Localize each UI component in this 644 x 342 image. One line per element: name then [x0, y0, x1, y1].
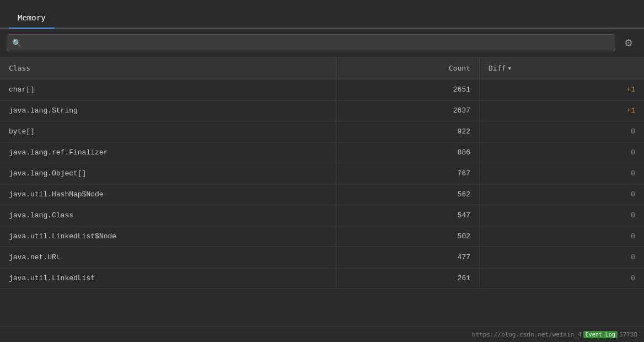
column-header-class: Class: [0, 57, 336, 79]
cell-class: java.util.LinkedList$Node: [0, 226, 336, 247]
search-input-wrapper: 🔍: [7, 34, 615, 51]
cell-class: java.lang.Object[]: [0, 163, 336, 184]
gear-icon: ⚙: [624, 37, 633, 49]
cell-class: java.util.LinkedList: [0, 268, 336, 288]
cell-count: 562: [336, 184, 480, 205]
table-row[interactable]: java.util.LinkedList$Node5020: [0, 226, 644, 247]
cell-diff: 0: [480, 247, 644, 268]
cell-diff: 0: [480, 268, 644, 288]
search-row: 🔍 ⚙: [0, 29, 644, 57]
tab-bar: Memory: [0, 0, 644, 29]
cell-count: 477: [336, 247, 480, 268]
cell-class: java.lang.String: [0, 100, 336, 121]
status-url: https://blog.csdn.net/weixin_4: [472, 331, 582, 338]
settings-button[interactable]: ⚙: [620, 35, 637, 51]
event-log-badge[interactable]: Event Log: [583, 331, 618, 338]
sort-arrow-icon: ▼: [508, 65, 511, 71]
cell-diff: 0: [480, 142, 644, 163]
cell-count: 547: [336, 205, 480, 226]
cell-class: char[]: [0, 79, 336, 100]
cell-count: 502: [336, 226, 480, 247]
table-row[interactable]: java.lang.ref.Finalizer8860: [0, 142, 644, 163]
cell-count: 767: [336, 163, 480, 184]
status-bar: https://blog.csdn.net/weixin_4 Event Log…: [0, 327, 644, 342]
cell-class: java.lang.ref.Finalizer: [0, 142, 336, 163]
search-input[interactable]: [7, 34, 615, 51]
cell-diff: +1: [480, 79, 644, 100]
cell-diff: 0: [480, 205, 644, 226]
cell-class: byte[]: [0, 121, 336, 142]
table-row[interactable]: java.lang.String2637+1: [0, 100, 644, 121]
column-header-diff[interactable]: Diff ▼: [480, 57, 644, 79]
cell-count: 2651: [336, 79, 480, 100]
table-row[interactable]: char[]2651+1: [0, 79, 644, 100]
column-header-count[interactable]: Count: [336, 57, 480, 79]
table-row[interactable]: java.lang.Class5470: [0, 205, 644, 226]
cell-count: 261: [336, 268, 480, 288]
cell-count: 886: [336, 142, 480, 163]
cell-count: 2637: [336, 100, 480, 121]
cell-diff: +1: [480, 100, 644, 121]
table-header: Class Count Diff ▼: [0, 57, 644, 79]
cell-diff: 0: [480, 184, 644, 205]
table-row[interactable]: java.util.LinkedList2610: [0, 268, 644, 289]
cell-diff: 0: [480, 226, 644, 247]
cell-count: 922: [336, 121, 480, 142]
cell-diff: 0: [480, 121, 644, 142]
cell-class: java.net.URL: [0, 247, 336, 268]
table-row[interactable]: java.net.URL4770: [0, 247, 644, 268]
table-row[interactable]: java.util.HashMap$Node5620: [0, 184, 644, 205]
tab-memory[interactable]: Memory: [9, 8, 55, 29]
app-container: Memory 🔍 ⚙ Class Count Diff ▼ char[]2651…: [0, 0, 644, 342]
cell-diff: 0: [480, 163, 644, 184]
cell-class: java.lang.Class: [0, 205, 336, 226]
status-suffix: 57738: [619, 331, 637, 338]
table-body: char[]2651+1java.lang.String2637+1byte[]…: [0, 79, 644, 327]
diff-label: Diff: [489, 64, 506, 72]
table-row[interactable]: java.lang.Object[]7670: [0, 163, 644, 184]
search-icon: 🔍: [12, 39, 22, 47]
cell-class: java.util.HashMap$Node: [0, 184, 336, 205]
table-row[interactable]: byte[]9220: [0, 121, 644, 142]
